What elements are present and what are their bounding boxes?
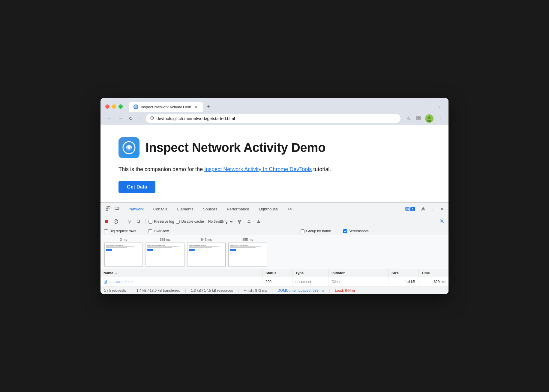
network-options-right: Group by frame Screenshots	[301, 229, 368, 233]
preserve-log-checkbox[interactable]	[148, 220, 152, 224]
svg-rect-8	[419, 116, 420, 118]
subtitle-end: tutorial.	[312, 166, 331, 172]
sort-icon	[115, 272, 118, 275]
tabs-chevron-button[interactable]: ⌄	[435, 102, 444, 110]
big-request-rows-checkbox[interactable]	[104, 229, 108, 233]
screenshots-checkbox[interactable]	[343, 229, 347, 233]
network-settings-button[interactable]	[438, 217, 446, 226]
screenshots-label[interactable]: Screenshots	[343, 229, 369, 233]
devtools-tabs: Network Console Elements Sources Perform…	[100, 203, 448, 216]
tab-bar: Inspect Network Activity Dem × +	[129, 101, 432, 112]
search-icon	[136, 219, 141, 224]
page-title: Inspect Network Activity Demo	[146, 140, 326, 155]
console-messages-button[interactable]: 1	[403, 206, 417, 213]
table-row[interactable]: getstarted.html 200 document Other 1.4 k…	[100, 277, 448, 287]
svg-rect-7	[417, 116, 418, 118]
devtools-more-button[interactable]: ⋮	[429, 205, 437, 213]
resources-size: 1.3 kB / 17.5 kB resources	[191, 288, 233, 293]
header-size: Size	[388, 269, 418, 277]
svg-rect-21	[406, 207, 409, 210]
page-subtitle: This is the companion demo for the Inspe…	[118, 165, 430, 173]
svg-rect-18	[106, 209, 108, 211]
forward-button[interactable]: →	[116, 115, 124, 122]
screenshot-thumb-3[interactable]: Inspect Network Activity Demo	[228, 243, 267, 267]
close-button[interactable]	[105, 104, 110, 109]
svg-rect-9	[417, 118, 418, 120]
maximize-button[interactable]	[118, 104, 123, 109]
network-toolbar: Preserve log Disable cache No throttling…	[100, 216, 448, 227]
record-icon	[104, 219, 109, 224]
tab-more[interactable]: >>	[283, 204, 297, 214]
page-content: Inspect Network Activity Demo This is th…	[100, 125, 448, 202]
tab-performance[interactable]: Performance	[222, 204, 254, 214]
clear-button[interactable]	[112, 218, 120, 225]
minimize-button[interactable]	[112, 104, 116, 109]
record-button[interactable]	[103, 218, 110, 225]
big-request-rows-label[interactable]: Big request rows	[104, 229, 136, 233]
header-status-text: Status	[266, 271, 277, 275]
search-button[interactable]	[135, 218, 142, 225]
header-name: Name	[100, 269, 262, 277]
svg-rect-19	[115, 207, 118, 210]
header-type: Type	[292, 269, 328, 277]
devtools-link[interactable]: Inspect Network Activity In Chrome DevTo…	[204, 166, 312, 172]
active-tab[interactable]: Inspect Network Activity Dem ×	[129, 102, 203, 112]
download-icon-button[interactable]	[255, 218, 262, 225]
tab-lighthouse[interactable]: Lighthouse	[254, 204, 283, 214]
header-time: Time	[418, 269, 448, 277]
new-tab-button[interactable]: +	[203, 101, 214, 112]
screenshot-thumb-1[interactable]: Inspect Network Activity Demo	[146, 243, 184, 267]
extensions-button[interactable]	[415, 114, 422, 123]
tab-close-button[interactable]: ×	[194, 104, 198, 109]
dom-content-loaded: DOMContentLoaded: 639 ms	[278, 288, 324, 293]
device-toggle-button[interactable]	[113, 205, 121, 213]
disable-cache-checkbox[interactable]	[176, 220, 180, 224]
reload-button[interactable]: ↻	[127, 115, 134, 122]
header-time-text: Time	[422, 271, 430, 275]
throttle-select[interactable]: No throttling Fast 3G Slow 3G Offline	[206, 219, 234, 225]
preserve-log-label[interactable]: Preserve log	[148, 219, 174, 224]
wifi-icon-button[interactable]	[236, 218, 243, 225]
overview-label[interactable]: Overview	[148, 229, 169, 233]
home-button[interactable]: ⌂	[137, 115, 143, 122]
cell-name: getstarted.html	[100, 277, 262, 286]
overview-checkbox[interactable]	[148, 229, 152, 233]
filter-icon	[128, 219, 132, 224]
disable-cache-label[interactable]: Disable cache	[176, 219, 204, 224]
tab-network[interactable]: Network	[124, 204, 148, 214]
avatar[interactable]	[425, 114, 434, 123]
screenshot-thumb-0[interactable]: Inspect Network Activity Demo	[104, 243, 143, 267]
puzzle-icon	[416, 116, 421, 120]
get-data-button[interactable]: Get Data	[118, 181, 155, 193]
tab-console[interactable]: Console	[148, 204, 172, 214]
tab-elements[interactable]: Elements	[172, 204, 198, 214]
svg-marker-38	[115, 273, 117, 274]
bookmark-button[interactable]: ☆	[405, 114, 412, 122]
devtools-settings-button[interactable]	[418, 205, 428, 213]
svg-point-11	[428, 116, 430, 119]
status-bar: 1 / 5 requests | 1.4 kB / 18.6 kB transf…	[100, 287, 448, 294]
download-icon	[256, 219, 261, 224]
svg-point-37	[440, 219, 444, 223]
tab-sources[interactable]: Sources	[198, 204, 222, 214]
finish-time: Finish: 872 ms	[244, 288, 267, 293]
svg-rect-10	[419, 118, 420, 120]
svg-point-24	[422, 209, 424, 210]
screenshot-thumb-2[interactable]: Inspect Network Activity Demo	[187, 243, 226, 267]
traffic-lights	[105, 104, 123, 109]
inspect-element-button[interactable]	[104, 205, 112, 213]
header-initiator-text: Initiator	[332, 271, 345, 275]
page-logo	[118, 137, 140, 158]
url-bar[interactable]: devtools.glitch.me/network/getstarted.ht…	[146, 114, 400, 123]
screenshot-1: 688 ms Inspect Network Activity Demo	[146, 238, 184, 267]
back-button[interactable]: ←	[105, 115, 114, 122]
group-by-frame-label[interactable]: Group by frame	[301, 229, 331, 233]
browser-menu-button[interactable]: ⋮	[436, 114, 444, 122]
upload-icon-button[interactable]	[245, 218, 253, 225]
disable-cache-text: Disable cache	[181, 219, 204, 224]
group-by-frame-checkbox[interactable]	[301, 229, 304, 233]
filter-button[interactable]	[126, 218, 133, 225]
devtools-close-button[interactable]: ✕	[438, 205, 446, 213]
cell-size: 1.4 kB	[388, 277, 418, 286]
svg-point-31	[239, 223, 240, 224]
